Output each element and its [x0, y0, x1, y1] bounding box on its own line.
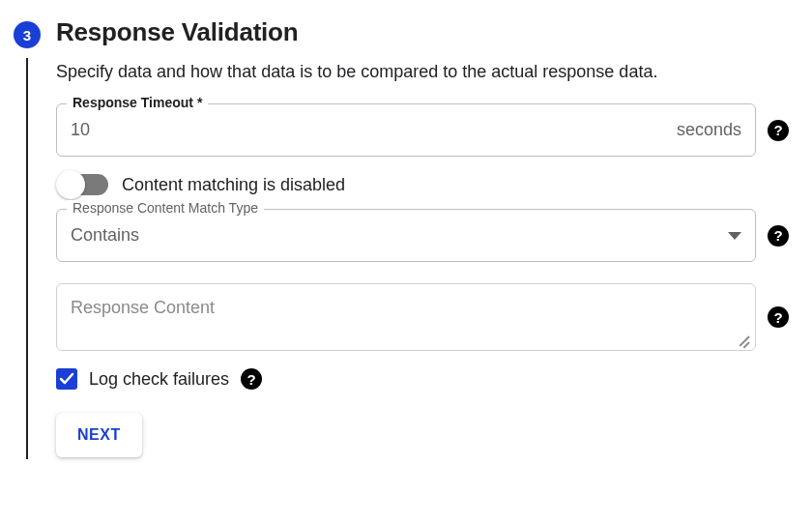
step-number-badge: 3 [14, 21, 41, 48]
response-content-placeholder: Response Content [71, 298, 215, 318]
checkmark-icon [59, 371, 74, 387]
content-matching-toggle[interactable] [58, 174, 108, 195]
response-timeout-label: Response Timeout * [67, 95, 208, 110]
response-timeout-unit: seconds [677, 120, 741, 140]
match-type-label: Response Content Match Type [67, 200, 264, 216]
content-matching-toggle-label: Content matching is disabled [122, 175, 345, 195]
match-type-value: Contains [71, 225, 720, 246]
log-failures-label: Log check failures [89, 369, 229, 390]
resize-handle-icon[interactable] [736, 333, 749, 346]
help-icon[interactable]: ? [241, 368, 262, 390]
match-type-select[interactable]: Response Content Match Type Contains [56, 209, 756, 262]
toggle-knob [56, 170, 85, 199]
section-description: Specify data and how that data is to be … [56, 62, 789, 82]
step-title: Response Validation [56, 17, 299, 47]
chevron-down-icon [728, 232, 741, 240]
response-timeout-input[interactable] [71, 120, 669, 140]
response-content-textarea[interactable]: Response Content [56, 283, 756, 351]
help-icon[interactable]: ? [768, 306, 789, 328]
help-icon[interactable]: ? [768, 120, 789, 141]
log-failures-checkbox[interactable] [56, 368, 77, 390]
response-timeout-field[interactable]: Response Timeout * seconds [56, 103, 756, 157]
step-connector-line [26, 58, 28, 459]
next-button[interactable]: NEXT [56, 413, 142, 457]
help-icon[interactable]: ? [768, 225, 789, 247]
